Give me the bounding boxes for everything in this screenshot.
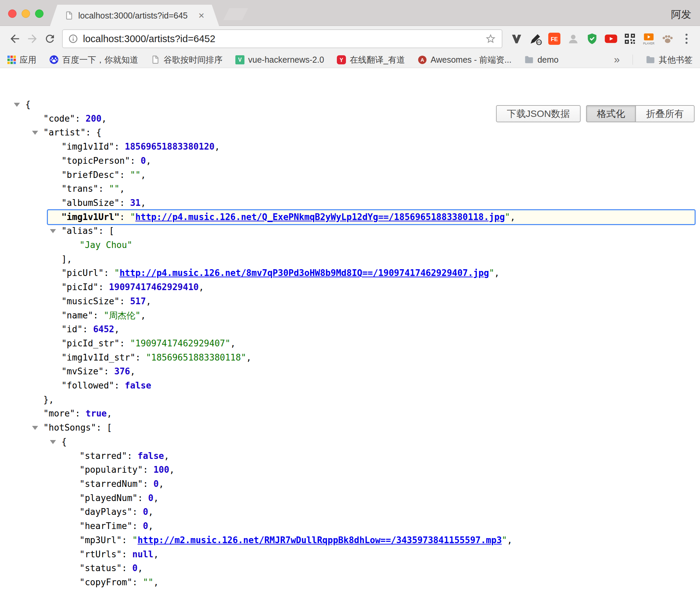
bookmark-item[interactable]: Vvue-hackernews-2.0 (235, 55, 324, 65)
json-link[interactable]: http://p4.music.126.net/8mv7qP30Pd3oHW8b… (119, 268, 489, 278)
json-line[interactable]: "img1v1Url": "http://p4.music.126.net/Q_… (48, 210, 695, 224)
json-token: : (127, 451, 138, 461)
json-line[interactable]: "playedNum": 0, (9, 491, 695, 505)
collapse-triangle-icon[interactable] (50, 440, 56, 444)
json-line[interactable]: "musicSize": 517, (9, 294, 695, 309)
bookmark-item[interactable]: 谷歌按时间排序 (151, 54, 223, 65)
shield-extension-icon[interactable] (585, 31, 600, 46)
json-line[interactable]: "trans": "", (9, 182, 695, 196)
json-line[interactable]: "artist": { (9, 126, 695, 140)
json-line[interactable]: "code": 200, (9, 112, 695, 126)
back-button[interactable] (6, 30, 24, 48)
json-line[interactable]: "hotSongs": [ (9, 421, 695, 435)
bookmark-item[interactable]: 应用 (7, 54, 36, 65)
translate-extension-icon[interactable]: en (528, 31, 543, 46)
json-line[interactable]: "copyFrom": "", (9, 576, 695, 590)
json-line[interactable]: "more": true, (9, 407, 695, 421)
info-icon[interactable] (68, 34, 78, 44)
bookmarks-separator (633, 55, 633, 65)
json-line[interactable]: "id": 6452, (9, 322, 695, 337)
url-input[interactable]: localhost:3000/artists?id=6452 (62, 29, 502, 48)
json-link[interactable]: http://p4.music.126.net/Q_ExePNkmqB2yWyL… (135, 212, 505, 222)
other-bookmarks-folder[interactable]: 其他书签 (646, 54, 693, 65)
close-window-button[interactable] (8, 9, 17, 18)
json-line[interactable]: "name": "周杰伦", (9, 309, 695, 323)
person-extension-icon[interactable] (566, 31, 581, 46)
json-link[interactable]: http://m2.music.126.net/RMJR7wDullRqppBk… (138, 535, 502, 545)
tab-close-icon[interactable]: × (198, 10, 204, 21)
json-line[interactable]: "popularity": 100, (9, 463, 695, 477)
json-line[interactable]: "img1v1Id_str": "18569651883380118", (9, 351, 695, 365)
json-line[interactable]: "starredNum": 0, (9, 477, 695, 491)
json-line[interactable]: "picId_str": "19097417462929407", (9, 337, 695, 351)
fe-extension-icon[interactable]: FE (547, 31, 562, 46)
json-token: " (505, 212, 510, 222)
bookmarks-overflow-chevron-icon[interactable]: » (614, 54, 620, 66)
minimize-window-button[interactable] (22, 9, 30, 18)
json-line[interactable]: "mp3Url": "http://m2.music.126.net/RMJR7… (9, 533, 695, 548)
json-token: ], (61, 254, 72, 264)
json-token: "status" (80, 563, 122, 573)
json-line[interactable]: "Jay Chou" (9, 238, 695, 252)
bookmark-item[interactable]: demo (524, 55, 559, 65)
json-line[interactable]: }, (9, 393, 695, 407)
json-token: " (502, 535, 507, 545)
json-token: , (107, 408, 112, 418)
json-line[interactable]: "picId": 19097417462929410, (9, 280, 695, 294)
json-line[interactable]: "starred": false, (9, 449, 695, 463)
bookmark-item[interactable]: AAwesomes - 前端资... (418, 54, 512, 65)
json-token: , (141, 170, 146, 180)
kebab-menu-icon[interactable] (679, 31, 694, 46)
collapse-triangle-icon[interactable] (32, 426, 38, 430)
json-line[interactable]: "mvSize": 376, (9, 365, 695, 379)
json-line[interactable]: "dayPlays": 0, (9, 505, 695, 519)
browser-tab[interactable]: localhost:3000/artists?id=645 × (50, 5, 219, 26)
json-token: "picUrl" (61, 268, 104, 278)
json-token: , (494, 268, 500, 278)
json-line[interactable]: "albumSize": 31, (9, 196, 695, 210)
json-line[interactable]: "hearTime": 0, (9, 519, 695, 533)
json-token: , (230, 338, 236, 348)
json-token: : (119, 212, 130, 222)
paw-extension-icon[interactable] (660, 31, 675, 46)
profile-button[interactable]: 阿发 (671, 8, 691, 22)
json-line[interactable]: { (9, 98, 695, 112)
json-token: : (143, 465, 153, 475)
json-token: "mp3Url" (80, 535, 122, 545)
vue-icon: V (235, 55, 244, 64)
json-line[interactable]: "img1v1Id": 18569651883380120, (9, 140, 695, 154)
json-line[interactable]: "rtUrls": null, (9, 548, 695, 562)
json-line[interactable]: "followed": false (9, 379, 695, 393)
json-token: , (146, 156, 151, 166)
page-icon (151, 55, 160, 64)
zoom-window-button[interactable] (35, 9, 43, 18)
json-line[interactable]: "alias": [ (9, 224, 695, 238)
json-line[interactable]: "briefDesc": "", (9, 168, 695, 182)
collapse-triangle-icon[interactable] (14, 103, 20, 107)
json-line[interactable]: "topicPerson": 0, (9, 154, 695, 168)
collapse-triangle-icon[interactable] (32, 131, 38, 135)
json-line[interactable]: { (9, 435, 695, 449)
json-token: "dayPlays" (80, 507, 133, 517)
json-token: 0 (153, 479, 159, 489)
collapse-triangle-icon[interactable] (50, 229, 56, 233)
json-viewer: {"code": 200,"artist": {"img1v1Id": 1856… (9, 98, 695, 590)
new-tab-button[interactable] (223, 8, 248, 20)
player-extension-icon[interactable]: PLAYER (641, 31, 656, 46)
json-token: false (125, 380, 151, 391)
json-token: , (510, 212, 516, 222)
json-token: : [ (98, 226, 114, 236)
json-token: "19097417462929407" (130, 338, 230, 348)
vimium-extension-icon[interactable] (509, 31, 524, 46)
browser-window: localhost:3000/artists?id=645 × 阿发 local… (0, 0, 700, 591)
reload-button[interactable] (41, 30, 59, 48)
json-line[interactable]: ], (9, 252, 695, 267)
qrcode-extension-icon[interactable] (622, 31, 637, 46)
json-line[interactable]: "status": 0, (9, 561, 695, 576)
json-line[interactable]: "picUrl": "http://p4.music.126.net/8mv7q… (9, 266, 695, 280)
forward-button[interactable] (24, 30, 41, 48)
bookmark-item[interactable]: 百度一下，你就知道 (49, 54, 138, 65)
youtube-extension-icon[interactable] (604, 31, 618, 46)
bookmark-star-icon[interactable] (485, 33, 496, 44)
bookmark-item[interactable]: Y在线翻译_有道 (337, 54, 405, 65)
